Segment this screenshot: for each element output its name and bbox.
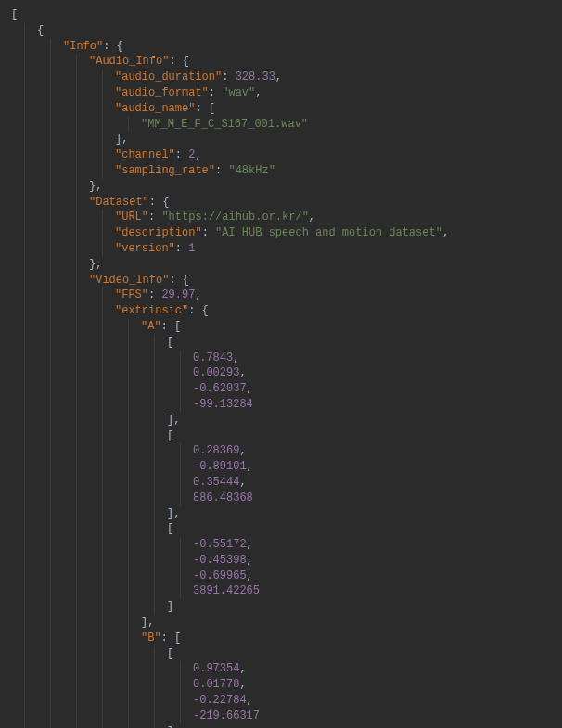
code-line: "Dataset": { xyxy=(0,195,562,211)
code-line: "version": 1 xyxy=(0,241,562,257)
code-line: "Info": { xyxy=(0,39,562,55)
code-line: "Video_Info": { xyxy=(0,273,562,288)
code-line: "audio_format": "wav", xyxy=(0,85,562,101)
code-line: 0.7843, xyxy=(0,351,562,366)
code-line: "description": "AI HUB speech and motion… xyxy=(0,225,562,241)
code-line: [ xyxy=(0,335,562,351)
code-line: "FPS": 29.97, xyxy=(0,287,562,303)
code-line: }, xyxy=(0,257,562,273)
code-line: [ xyxy=(0,521,562,537)
code-line: 886.48368 xyxy=(0,491,562,506)
code-line: 0.28369, xyxy=(0,443,562,459)
code-line: -0.89101, xyxy=(0,459,562,475)
code-line: ], xyxy=(0,413,562,428)
code-line: -99.13284 xyxy=(0,397,562,413)
code-line: -219.66317 xyxy=(0,709,562,724)
code-line: -0.22784, xyxy=(0,693,562,709)
code-line: "A": [ xyxy=(0,319,562,335)
code-line: 0.35444, xyxy=(0,475,562,491)
code-line: -0.62037, xyxy=(0,381,562,397)
code-line: { xyxy=(0,23,562,39)
code-line: "Audio_Info": { xyxy=(0,54,562,70)
code-line: 0.00293, xyxy=(0,365,562,381)
code-line: [ xyxy=(0,646,562,662)
code-line: ], xyxy=(0,615,562,631)
code-line: 3891.42265 xyxy=(0,583,562,599)
code-line: "audio_name": [ xyxy=(0,101,562,117)
code-line: -0.55172, xyxy=(0,537,562,553)
code-line: ] xyxy=(0,599,562,615)
code-line: "channel": 2, xyxy=(0,147,562,163)
code-line: 0.01778, xyxy=(0,677,562,693)
code-line: "audio_duration": 328.33, xyxy=(0,70,562,85)
code-line: [ xyxy=(0,7,562,23)
code-editor[interactable]: [ { "Info": { "Audio_Info": { "audio_dur… xyxy=(0,7,562,728)
code-line: ], xyxy=(0,724,562,728)
code-line: "sampling_rate": "48kHz" xyxy=(0,163,562,179)
code-line: }, xyxy=(0,179,562,195)
code-line: "URL": "https://aihub.or.kr/", xyxy=(0,210,562,225)
code-line: ], xyxy=(0,132,562,147)
code-line: [ xyxy=(0,428,562,444)
code-line: -0.69965, xyxy=(0,568,562,584)
code-line: "MM_M_E_F_C_S167_001.wav" xyxy=(0,117,562,133)
code-line: 0.97354, xyxy=(0,661,562,677)
code-line: ], xyxy=(0,506,562,522)
code-line: "B": [ xyxy=(0,631,562,646)
code-line: "extrinsic": { xyxy=(0,303,562,319)
code-line: -0.45398, xyxy=(0,553,562,568)
